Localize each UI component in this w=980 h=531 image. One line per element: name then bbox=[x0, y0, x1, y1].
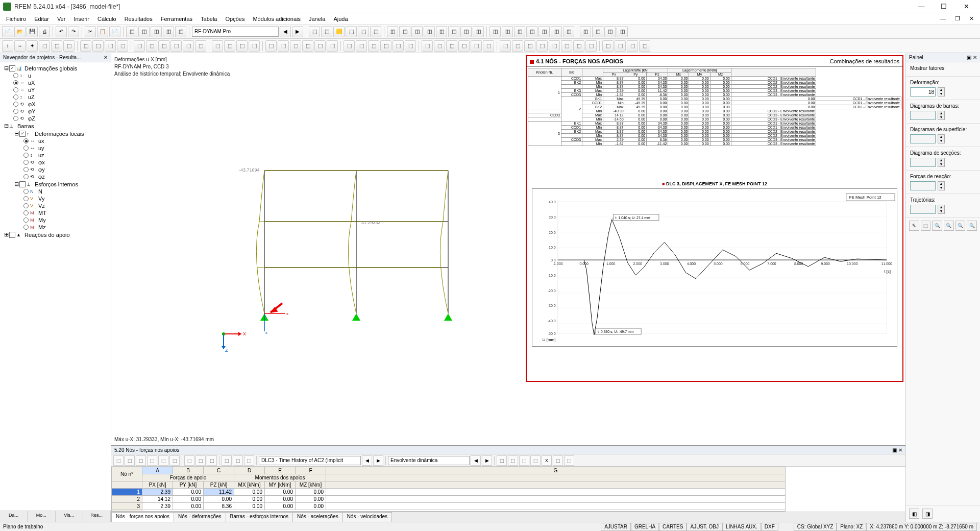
gp-tb-f-icon[interactable]: ⬚ bbox=[169, 455, 180, 466]
tb-open-icon[interactable]: 📂 bbox=[14, 26, 26, 37]
menu-ver[interactable]: Ver bbox=[53, 15, 70, 23]
tb2-r-icon[interactable]: ⬚ bbox=[224, 40, 235, 52]
tb2-x-icon[interactable]: ⬚ bbox=[302, 40, 313, 52]
tb2-s-icon[interactable]: ⬚ bbox=[236, 40, 248, 52]
rp-footer-b-icon[interactable]: ◨ bbox=[922, 509, 933, 519]
tb-ac-icon[interactable]: ◫ bbox=[604, 26, 616, 37]
radio[interactable] bbox=[13, 80, 18, 85]
module-combo[interactable] bbox=[192, 27, 279, 37]
gp-tab-aceleracoes[interactable]: Nós - acelerações bbox=[292, 512, 343, 522]
tb-i-icon[interactable]: ⬚ bbox=[346, 26, 357, 37]
checkbox[interactable] bbox=[19, 181, 26, 187]
tb2-aa-icon[interactable]: ⬚ bbox=[344, 40, 355, 52]
tb-u-icon[interactable]: ◫ bbox=[502, 26, 513, 37]
tb-q-icon[interactable]: ◫ bbox=[448, 26, 459, 37]
tree-def-globais[interactable]: Deformações globais bbox=[24, 65, 77, 71]
tb2-m-icon[interactable]: ⬚ bbox=[158, 40, 169, 52]
spin-up-icon[interactable]: ▲ bbox=[938, 135, 944, 139]
tree-mz[interactable]: Mz bbox=[38, 224, 46, 230]
gp-tb-o-icon[interactable]: ⬚ bbox=[519, 455, 529, 466]
rp-ico-f-icon[interactable]: 🔍 bbox=[967, 221, 977, 231]
tree-uz[interactable]: uZ bbox=[28, 94, 35, 100]
tb2-ae-icon[interactable]: ⬚ bbox=[393, 40, 404, 52]
tb2-b-icon[interactable]: ↔ bbox=[14, 40, 26, 52]
tb2-i-icon[interactable]: ⬚ bbox=[105, 40, 116, 52]
radio[interactable] bbox=[23, 196, 29, 201]
checkbox[interactable]: ✓ bbox=[9, 65, 15, 71]
gp-next2-icon[interactable]: ▶ bbox=[482, 455, 492, 466]
tb2-t-icon[interactable]: ⬚ bbox=[249, 40, 260, 52]
rp-trajetorias-input[interactable] bbox=[910, 205, 936, 214]
radio[interactable] bbox=[23, 189, 29, 194]
tb2-p-icon[interactable]: ⬚ bbox=[195, 40, 206, 52]
tb2-ai-icon[interactable]: ⬚ bbox=[446, 40, 457, 52]
tb2-aj-icon[interactable]: ⬚ bbox=[458, 40, 470, 52]
gp-tab-velocidades[interactable]: Nós - velocidades bbox=[342, 512, 392, 522]
tb2-f-icon[interactable]: ⬚ bbox=[63, 40, 75, 52]
tb2-l-icon[interactable]: ⬚ bbox=[146, 40, 157, 52]
radio[interactable] bbox=[23, 138, 29, 143]
tb2-as-icon[interactable]: ⬚ bbox=[573, 40, 584, 52]
checkbox[interactable] bbox=[9, 232, 15, 238]
tb2-ac-icon[interactable]: ⬚ bbox=[368, 40, 379, 52]
radio[interactable] bbox=[23, 210, 29, 215]
spin-up-icon[interactable]: ▲ bbox=[938, 158, 944, 162]
menu-opcoes[interactable]: Opções bbox=[221, 15, 249, 23]
expand-icon[interactable]: ⊞ bbox=[3, 231, 9, 238]
nav-tab-resultados[interactable]: Res... bbox=[83, 511, 111, 522]
tb2-a-icon[interactable]: ↕ bbox=[2, 40, 13, 52]
nav-tab-dados[interactable]: Da... bbox=[0, 511, 28, 522]
close-button[interactable]: ✕ bbox=[955, 1, 977, 13]
rp-ico-e-icon[interactable]: 🔍 bbox=[955, 221, 966, 231]
expand-icon[interactable]: ⊟ bbox=[13, 130, 19, 137]
gp-tb-l-icon[interactable]: ⬚ bbox=[244, 455, 254, 466]
tree-lphiy[interactable]: φy bbox=[38, 166, 45, 173]
doc-restore-button[interactable]: ❐ bbox=[951, 14, 964, 23]
tree-phiy[interactable]: φY bbox=[28, 108, 35, 114]
menu-resultados[interactable]: Resultados bbox=[120, 15, 157, 23]
rp-seccoes-input[interactable] bbox=[910, 158, 936, 167]
rp-footer-a-icon[interactable]: ◧ bbox=[909, 509, 919, 519]
gp-prev-icon[interactable]: ◀ bbox=[362, 455, 372, 466]
tb-redo-icon[interactable]: ↷ bbox=[68, 26, 79, 37]
rp-ico-d-icon[interactable]: 🔍 bbox=[944, 221, 954, 231]
navigator-close-icon[interactable]: ✕ bbox=[104, 55, 108, 60]
grid-close-icon[interactable]: ▣ ✕ bbox=[892, 447, 902, 453]
tb2-v-icon[interactable]: ⬚ bbox=[278, 40, 289, 52]
navigator-tree[interactable]: ⊟✓📊Deformações globais ↕u ↔uX ↔uY ↕uZ ⟲φ… bbox=[0, 62, 111, 511]
tb-cut-icon[interactable]: ✂ bbox=[85, 26, 96, 37]
gp-tb-p-icon[interactable]: ⬚ bbox=[530, 455, 541, 466]
tb-d-icon[interactable]: ◫ bbox=[163, 26, 174, 37]
tb2-at-icon[interactable]: ⬚ bbox=[585, 40, 597, 52]
menu-ferramentas[interactable]: Ferramentas bbox=[157, 15, 197, 23]
gp-tb-d-icon[interactable]: ⬚ bbox=[147, 455, 157, 466]
tb-nav-next-icon[interactable]: ▶ bbox=[292, 26, 303, 37]
tree-vy[interactable]: Vy bbox=[38, 196, 44, 202]
tb-aa-icon[interactable]: ◫ bbox=[580, 26, 591, 37]
tb-s-icon[interactable]: ◫ bbox=[473, 26, 484, 37]
radio[interactable] bbox=[23, 225, 29, 230]
menu-modulos[interactable]: Módulos adicionais bbox=[249, 15, 305, 23]
tb2-ad-icon[interactable]: ⬚ bbox=[380, 40, 391, 52]
gp-tb-q-icon[interactable]: ⬚ bbox=[553, 455, 563, 466]
status-ajustar[interactable]: AJUSTAR bbox=[601, 523, 631, 531]
menu-inserir[interactable]: Inserir bbox=[69, 15, 93, 23]
tree-vz[interactable]: Vz bbox=[38, 203, 45, 209]
menu-tabela[interactable]: Tabela bbox=[197, 15, 221, 23]
tb2-am-icon[interactable]: ⬚ bbox=[500, 40, 511, 52]
tb2-d-icon[interactable]: ⬚ bbox=[39, 40, 50, 52]
nav-tab-vistas[interactable]: Vis... bbox=[56, 511, 83, 522]
tb-t-icon[interactable]: ◫ bbox=[489, 26, 501, 37]
radio[interactable] bbox=[13, 73, 18, 78]
gp-tb-i-icon[interactable]: ⬚ bbox=[207, 455, 217, 466]
tree-ux[interactable]: uX bbox=[28, 80, 35, 86]
rp-deform-input[interactable] bbox=[910, 87, 936, 96]
status-linhasaux[interactable]: LINHAS AUX. bbox=[722, 523, 761, 531]
tb2-o-icon[interactable]: ⬚ bbox=[183, 40, 194, 52]
tb-f-icon[interactable]: ⬚ bbox=[309, 26, 320, 37]
gp-tb-g-icon[interactable]: ⬚ bbox=[184, 455, 194, 466]
tb2-ag-icon[interactable]: ⬚ bbox=[422, 40, 433, 52]
menu-ajuda[interactable]: Ajuda bbox=[329, 15, 352, 23]
radio[interactable] bbox=[13, 116, 18, 121]
tree-my[interactable]: My bbox=[38, 217, 46, 223]
